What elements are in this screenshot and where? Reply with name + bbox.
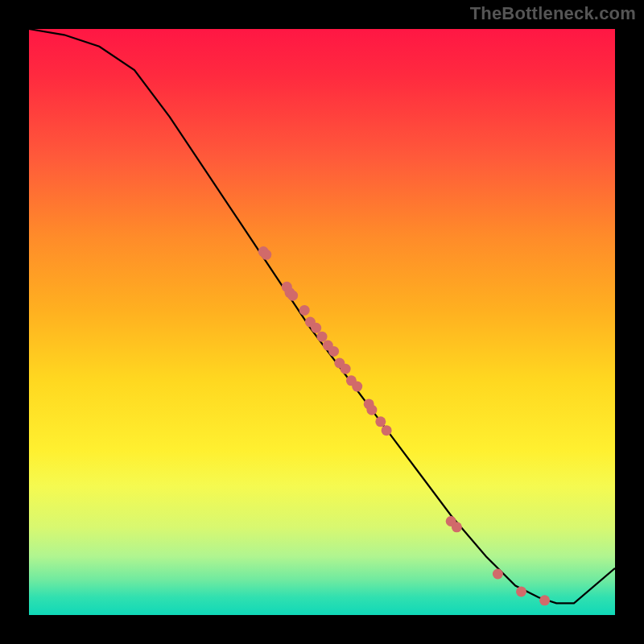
data-point [516,586,526,597]
chart-root: TheBottleneck.com [0,0,644,644]
watermark-text: TheBottleneck.com [470,3,636,24]
data-point [366,405,377,415]
scatter-layer [258,246,550,605]
data-point [452,522,462,532]
data-point [493,569,503,580]
plot-area [29,29,615,615]
data-point [539,595,550,605]
data-point [261,250,271,260]
data-point [375,416,386,427]
bottleneck-curve [29,29,615,603]
data-point [328,346,339,357]
data-point [317,332,328,342]
chart-svg [29,29,615,615]
data-point [341,364,351,374]
data-point [311,323,321,333]
data-point [382,425,392,436]
data-point [287,291,298,301]
data-point [352,382,362,392]
data-point [299,305,310,316]
